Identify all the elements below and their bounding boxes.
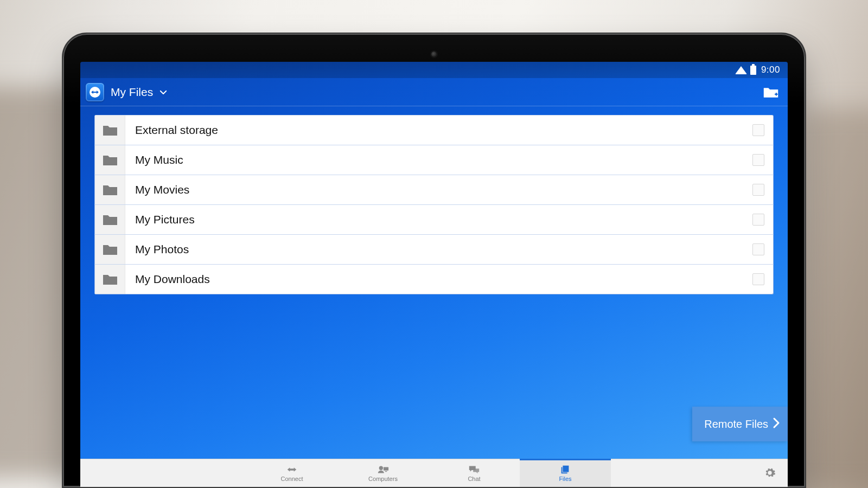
folder-label: My Pictures xyxy=(125,213,752,226)
folder-checkbox[interactable] xyxy=(752,273,764,285)
folder-row[interactable]: My Movies xyxy=(94,175,774,205)
status-clock: 9:00 xyxy=(761,65,780,75)
computers-icon xyxy=(377,465,389,474)
status-bar: 9:00 xyxy=(80,62,788,78)
svg-rect-3 xyxy=(385,471,387,471)
remote-files-label: Remote Files xyxy=(704,418,768,431)
chevron-down-icon xyxy=(158,87,168,97)
nav-computers[interactable]: Computers xyxy=(337,459,429,487)
chevron-right-icon xyxy=(773,416,780,432)
folder-icon xyxy=(95,235,125,264)
nav-chat[interactable]: Chat xyxy=(429,459,520,487)
svg-rect-2 xyxy=(384,467,388,470)
folder-checkbox[interactable] xyxy=(752,154,764,166)
chat-icon xyxy=(468,465,480,474)
tablet-camera xyxy=(431,52,437,57)
folder-row[interactable]: My Downloads xyxy=(94,264,774,294)
folder-icon xyxy=(95,265,125,294)
folder-icon xyxy=(95,115,125,145)
gear-icon xyxy=(764,467,776,479)
nav-label: Connect xyxy=(281,476,303,482)
remote-files-button[interactable]: Remote Files xyxy=(692,407,788,441)
folder-list: External storage My Music My Movies My P… xyxy=(80,106,788,294)
settings-button[interactable] xyxy=(764,467,777,480)
folder-row[interactable]: My Photos xyxy=(94,234,774,265)
folder-checkbox[interactable] xyxy=(752,184,764,196)
bottom-nav: Connect Computers Chat Files xyxy=(80,459,788,487)
folder-label: My Downloads xyxy=(125,273,752,286)
folder-checkbox[interactable] xyxy=(752,214,764,226)
new-folder-button[interactable] xyxy=(762,85,780,100)
nav-label: Files xyxy=(559,476,571,482)
folder-checkbox[interactable] xyxy=(752,124,764,136)
wifi-icon xyxy=(736,66,746,74)
app-screen: 9:00 My Files External xyxy=(80,62,788,487)
nav-files[interactable]: Files xyxy=(520,459,611,487)
folder-icon xyxy=(95,145,125,175)
nav-label: Computers xyxy=(368,476,398,482)
folder-label: External storage xyxy=(125,124,752,137)
files-dropdown[interactable]: My Files xyxy=(111,86,168,99)
battery-icon xyxy=(750,66,756,75)
folder-checkbox[interactable] xyxy=(752,243,764,255)
app-logo-icon xyxy=(86,83,104,101)
folder-label: My Music xyxy=(125,153,752,166)
connect-icon xyxy=(286,465,298,474)
files-icon xyxy=(559,465,571,474)
folder-label: My Movies xyxy=(125,183,752,196)
nav-connect[interactable]: Connect xyxy=(246,459,337,487)
app-header: My Files xyxy=(80,78,788,106)
folder-icon xyxy=(95,175,125,204)
folder-row[interactable]: My Pictures xyxy=(94,204,774,235)
app-title: My Files xyxy=(111,86,153,99)
nav-label: Chat xyxy=(468,476,480,482)
folder-icon xyxy=(95,205,125,234)
folder-row[interactable]: My Music xyxy=(94,145,774,175)
folder-label: My Photos xyxy=(125,243,752,256)
folder-row[interactable]: External storage xyxy=(94,115,774,145)
tablet-frame: 9:00 My Files External xyxy=(62,33,806,488)
